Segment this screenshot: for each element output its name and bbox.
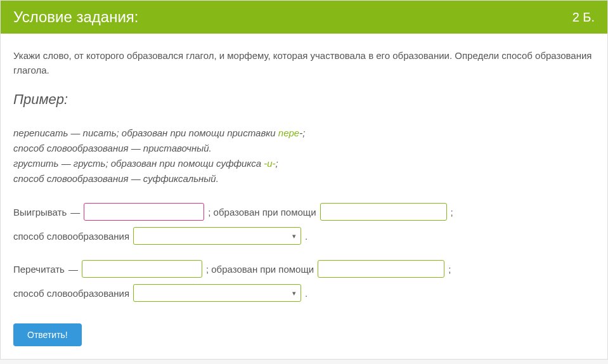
- header-title: Условие задания:: [13, 8, 138, 26]
- select-wrapper-1: [133, 227, 301, 245]
- example-title: Пример:: [13, 91, 595, 108]
- task-word-1: Выигрывать: [13, 207, 67, 218]
- method-label-2: способ словообразования: [13, 288, 129, 299]
- example-text: переписать — писать; образован при помощ…: [13, 127, 278, 138]
- method-label-1: способ словообразования: [13, 231, 129, 242]
- task-row-1a: Выигрывать — ; образован при помощи ;: [13, 203, 595, 221]
- task-row-2b: способ словообразования .: [13, 284, 595, 302]
- formed-label-1: ; образован при помощи: [208, 207, 316, 218]
- period-1: .: [305, 231, 307, 242]
- example-text: грустить — грусть; образован при помощи …: [13, 158, 264, 169]
- formed-label-2: ; образован при помощи: [206, 264, 314, 275]
- task-header: Условие задания: 2 Б.: [1, 1, 607, 34]
- task-container: Условие задания: 2 Б. Укажи слово, от ко…: [0, 0, 608, 360]
- task-content: Укажи слово, от которого образовался гла…: [1, 34, 607, 359]
- example-block: переписать — писать; образован при помощ…: [13, 126, 595, 186]
- submit-button[interactable]: Ответить!: [13, 323, 82, 346]
- semicolon-2: ;: [448, 264, 451, 275]
- task-group-2: Перечитать — ; образован при помощи ; сп…: [13, 260, 595, 302]
- dash: —: [70, 207, 80, 218]
- method-select-2[interactable]: [133, 284, 301, 302]
- period-2: .: [305, 288, 307, 299]
- example-highlight: -и-: [264, 158, 275, 169]
- example-line-4: способ словообразования — суффиксальный.: [13, 171, 595, 186]
- base-word-input-2[interactable]: [82, 260, 202, 278]
- example-line-3: грустить — грусть; образован при помощи …: [13, 156, 595, 171]
- example-line-2: способ словообразования — приставочный.: [13, 141, 595, 156]
- example-highlight: пере: [278, 127, 299, 138]
- semicolon-1: ;: [451, 207, 453, 218]
- morpheme-input-1[interactable]: [320, 203, 447, 221]
- dash: —: [68, 264, 78, 275]
- task-row-2a: Перечитать — ; образован при помощи ;: [13, 260, 595, 278]
- task-word-2: Перечитать: [13, 264, 65, 275]
- header-points: 2 Б.: [572, 10, 595, 25]
- task-row-1b: способ словообразования .: [13, 227, 595, 245]
- select-wrapper-2: [133, 284, 301, 302]
- base-word-input-1[interactable]: [84, 203, 204, 221]
- method-select-1[interactable]: [133, 227, 301, 245]
- task-group-1: Выигрывать — ; образован при помощи ; сп…: [13, 203, 595, 245]
- example-line-1: переписать — писать; образован при помощ…: [13, 126, 595, 141]
- instruction-text: Укажи слово, от которого образовался гла…: [13, 49, 595, 77]
- example-text: ;: [276, 158, 278, 169]
- morpheme-input-2[interactable]: [318, 260, 444, 278]
- example-text: -;: [299, 127, 305, 138]
